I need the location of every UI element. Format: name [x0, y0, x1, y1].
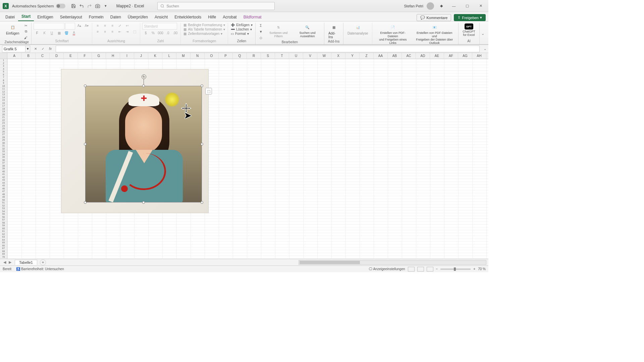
format-painter-icon[interactable]: 🖌	[22, 35, 29, 40]
find-select-button[interactable]: 🔍 Suchen und Auswählen	[293, 23, 322, 39]
formula-bar[interactable]	[56, 46, 480, 52]
row-header[interactable]: 13	[0, 93, 7, 96]
indent-dec-icon[interactable]: ⇤	[116, 29, 123, 34]
column-header[interactable]: AH	[472, 53, 486, 59]
row-header[interactable]: 59	[0, 224, 7, 227]
row-header[interactable]: 21	[0, 116, 7, 119]
row-header[interactable]: 56	[0, 216, 7, 219]
row-header[interactable]: 38	[0, 165, 7, 168]
row-header[interactable]: 1	[0, 59, 7, 62]
align-left-icon[interactable]: ≡	[94, 29, 101, 34]
row-header[interactable]: 35	[0, 156, 7, 159]
resize-handle-sw[interactable]	[84, 201, 87, 204]
row-header[interactable]: 66	[0, 244, 7, 247]
name-box-dropdown[interactable]: ▾	[25, 46, 30, 52]
row-header[interactable]: 63	[0, 236, 7, 239]
tab-start[interactable]: Start	[18, 13, 34, 21]
row-header[interactable]: 50	[0, 199, 7, 202]
tab-hilfe[interactable]: Hilfe	[205, 13, 219, 21]
zoom-in-icon[interactable]: +	[473, 267, 475, 271]
row-header[interactable]: 8	[0, 79, 7, 82]
row-header[interactable]: 44	[0, 182, 7, 185]
row-header[interactable]: 57	[0, 219, 7, 222]
cells-delete[interactable]: ➖ Löschen ▾	[230, 27, 253, 32]
row-header[interactable]: 3	[0, 65, 7, 68]
column-header[interactable]: Y	[345, 53, 360, 59]
fill-color-icon[interactable]: 🪣	[63, 30, 70, 36]
row-header[interactable]: 15	[0, 99, 7, 102]
row-header[interactable]: 12	[0, 90, 7, 94]
row-header[interactable]: 48	[0, 193, 7, 196]
column-header[interactable]: P	[219, 53, 233, 59]
resize-handle-se[interactable]	[201, 201, 203, 204]
column-header[interactable]: W	[317, 53, 331, 59]
column-header[interactable]: AA	[374, 53, 388, 59]
column-header[interactable]: Q	[233, 53, 247, 59]
row-header[interactable]: 55	[0, 213, 7, 216]
row-header[interactable]: 22	[0, 119, 7, 122]
copy-icon[interactable]: ⧉	[22, 29, 29, 34]
font-size-combo[interactable]	[65, 23, 75, 29]
resize-handle-nw[interactable]	[84, 84, 87, 87]
undo-icon[interactable]	[79, 3, 84, 9]
row-header[interactable]: 17	[0, 105, 7, 108]
autosave-toggle[interactable]	[56, 4, 65, 8]
column-header[interactable]: N	[191, 53, 205, 59]
font-name-combo[interactable]	[34, 23, 64, 29]
inc-dec-icon[interactable]: .0	[164, 30, 171, 36]
name-box[interactable]: Grafik 5	[2, 46, 25, 52]
tab-formeln[interactable]: Formeln	[86, 13, 107, 21]
column-header[interactable]: AG	[458, 53, 472, 59]
resize-handle-n[interactable]	[142, 84, 145, 87]
column-header[interactable]: O	[205, 53, 219, 59]
dec-dec-icon[interactable]: .00	[172, 30, 178, 36]
horizontal-scrollbar[interactable]	[299, 260, 486, 265]
row-header[interactable]: 68	[0, 250, 7, 253]
avatar[interactable]	[427, 2, 434, 10]
row-header[interactable]: 42	[0, 176, 7, 179]
row-header[interactable]: 9	[0, 82, 7, 85]
row-header[interactable]: 10	[0, 85, 7, 88]
border-icon[interactable]: ▦	[56, 30, 62, 36]
addins-button[interactable]: ▦ Add-Ins	[326, 23, 341, 40]
tab-datei[interactable]: Datei	[2, 13, 18, 21]
cells-insert[interactable]: ➕ Einfügen ▾	[230, 23, 253, 27]
row-header[interactable]: 49	[0, 196, 7, 199]
cut-icon[interactable]: ✂	[22, 23, 29, 28]
zoom-out-icon[interactable]: −	[436, 267, 438, 271]
row-header[interactable]: 34	[0, 153, 7, 156]
formula-bar-expand-icon[interactable]: ⌄	[482, 46, 488, 52]
resize-handle-ne[interactable]	[201, 84, 203, 87]
column-header[interactable]: AE	[430, 53, 444, 59]
redo-icon[interactable]	[87, 3, 92, 9]
row-headers[interactable]: 1234567891011121314151617181920212223242…	[0, 59, 7, 259]
row-header[interactable]: 46	[0, 187, 7, 190]
row-header[interactable]: 58	[0, 222, 7, 225]
select-all-triangle[interactable]	[0, 53, 7, 59]
row-header[interactable]: 20	[0, 113, 7, 116]
tab-ansicht[interactable]: Ansicht	[151, 13, 171, 21]
row-header[interactable]: 5	[0, 70, 7, 73]
row-header[interactable]: 61	[0, 230, 7, 233]
column-header[interactable]: AD	[416, 53, 430, 59]
zoom-slider[interactable]	[440, 268, 471, 270]
column-header[interactable]: B	[21, 53, 36, 59]
column-header[interactable]: D	[50, 53, 64, 59]
paste-button[interactable]: 📋 Einfügen	[4, 23, 21, 36]
column-header[interactable]: C	[36, 53, 50, 59]
row-header[interactable]: 40	[0, 170, 7, 173]
row-header[interactable]: 16	[0, 102, 7, 105]
view-pagelayout-icon[interactable]	[417, 267, 424, 272]
tab-einfuegen[interactable]: Einfügen	[34, 13, 56, 21]
number-format-combo[interactable]: Standard	[142, 23, 177, 29]
column-header[interactable]: U	[289, 53, 303, 59]
currency-icon[interactable]: $	[142, 30, 149, 36]
row-header[interactable]: 33	[0, 150, 7, 153]
row-header[interactable]: 47	[0, 190, 7, 193]
cells-format[interactable]: ▭ Format ▾	[230, 32, 250, 36]
row-header[interactable]: 25	[0, 127, 7, 130]
row-header[interactable]: 39	[0, 167, 7, 170]
spreadsheet-grid[interactable]: ⬚ ➤	[7, 59, 488, 259]
row-header[interactable]: 43	[0, 179, 7, 182]
wrap-text-icon[interactable]: ↩	[124, 23, 130, 28]
